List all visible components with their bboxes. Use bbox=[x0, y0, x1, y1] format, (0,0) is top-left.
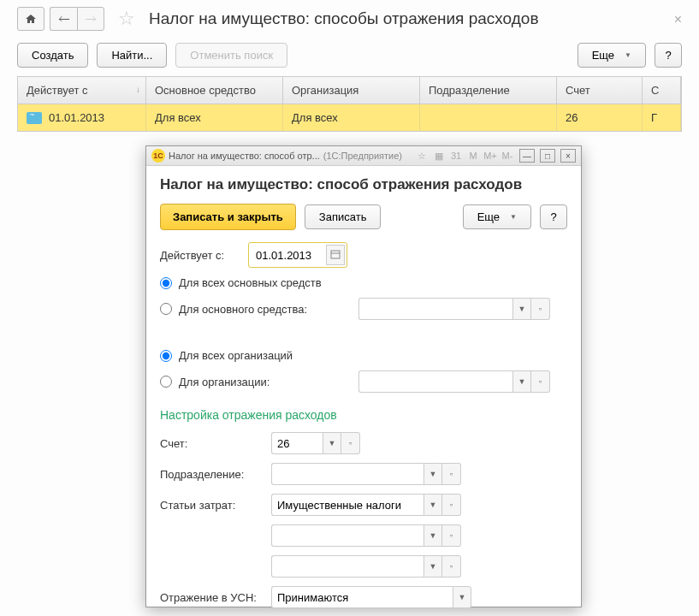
th-label: Действует с bbox=[27, 84, 88, 97]
th-account[interactable]: Счет bbox=[557, 77, 643, 104]
more-button[interactable]: Еще bbox=[578, 43, 646, 68]
favorite-star-icon[interactable]: ☆ bbox=[115, 7, 139, 31]
titlebar-star-icon[interactable]: ☆ bbox=[415, 151, 429, 162]
radio-for-org-label: Для организации: bbox=[179, 376, 270, 388]
calendar-icon bbox=[330, 249, 341, 259]
minimize-button[interactable]: — bbox=[519, 149, 535, 163]
asset-dropdown-button[interactable]: ▼ bbox=[512, 298, 531, 320]
org-input[interactable] bbox=[358, 370, 512, 393]
radio-all-assets[interactable] bbox=[160, 277, 172, 289]
sort-arrow-icon: ↓ bbox=[136, 85, 140, 94]
blank-row-2: ▼ ▫ bbox=[160, 555, 567, 578]
date-input-group bbox=[248, 242, 347, 268]
svg-rect-0 bbox=[331, 251, 340, 258]
radio-for-asset-label: Для основного средства: bbox=[179, 303, 307, 316]
usn-input[interactable] bbox=[271, 586, 453, 608]
radio-all-orgs-label: Для всех организаций bbox=[179, 349, 293, 362]
radio-all-assets-row: Для всех основных средств bbox=[160, 276, 567, 289]
titlebar-mminus-icon[interactable]: M- bbox=[501, 151, 514, 161]
create-button[interactable]: Создать bbox=[17, 43, 88, 68]
save-button[interactable]: Записать bbox=[305, 204, 382, 229]
blank1-dropdown-button[interactable]: ▼ bbox=[424, 524, 442, 547]
radio-for-org-row: Для организации: ▼ ▫ bbox=[160, 370, 567, 393]
td-last: Г bbox=[643, 104, 681, 131]
asset-input[interactable] bbox=[358, 298, 512, 320]
cost-items-dropdown-button[interactable]: ▼ bbox=[424, 494, 442, 516]
forward-button[interactable]: 🡒 bbox=[77, 7, 104, 31]
cost-items-input[interactable] bbox=[271, 494, 424, 516]
blank1-open-button[interactable]: ▫ bbox=[442, 524, 461, 547]
titlebar-calc-icon[interactable]: ▦ bbox=[432, 151, 446, 162]
cancel-search-button[interactable]: Отменить поиск bbox=[175, 43, 287, 68]
th-effective-from[interactable]: Действует с ↓ bbox=[18, 77, 146, 104]
td-account: 26 bbox=[557, 104, 643, 131]
dept-label: Подразделение: bbox=[160, 468, 271, 481]
modal-titlebar[interactable]: 1C Налог на имущество: способ отр... (1С… bbox=[146, 146, 581, 166]
account-dropdown-button[interactable]: ▼ bbox=[323, 432, 341, 454]
find-button[interactable]: Найти... bbox=[97, 43, 167, 68]
effective-from-row: Действует с: bbox=[160, 242, 567, 268]
effective-from-input[interactable] bbox=[251, 246, 323, 265]
org-combo: ▼ ▫ bbox=[358, 370, 550, 393]
td-dept bbox=[420, 104, 557, 131]
dept-open-button[interactable]: ▫ bbox=[442, 463, 461, 485]
nav-back-forward: 🡐 🡒 bbox=[50, 7, 104, 31]
modal-toolbar: Записать и закрыть Записать Еще ? bbox=[160, 204, 567, 230]
blank-input-1[interactable] bbox=[271, 524, 424, 547]
blank-row-1: ▼ ▫ bbox=[160, 524, 567, 547]
dept-input[interactable] bbox=[271, 463, 424, 485]
dept-row: Подразделение: ▼ ▫ bbox=[160, 463, 567, 485]
modal-help-button[interactable]: ? bbox=[540, 204, 567, 229]
close-window-button[interactable]: × bbox=[560, 149, 576, 163]
asset-combo: ▼ ▫ bbox=[358, 298, 550, 320]
account-row: Счет: ▼ ▫ bbox=[160, 432, 567, 454]
help-button[interactable]: ? bbox=[655, 43, 682, 68]
modal-body: Налог на имущество: способ отражения рас… bbox=[146, 166, 581, 616]
usn-row: Отражение в УСН: ▼ bbox=[160, 586, 567, 608]
modal-more-button[interactable]: Еще bbox=[463, 204, 531, 229]
expense-settings-heading: Настройка отражения расходов bbox=[160, 408, 567, 422]
cost-items-open-button[interactable]: ▫ bbox=[442, 494, 461, 516]
blank2-open-button[interactable]: ▫ bbox=[442, 555, 461, 578]
titlebar-calendar-icon[interactable]: 31 bbox=[449, 151, 463, 161]
back-button[interactable]: 🡐 bbox=[50, 7, 77, 31]
radio-all-orgs-row: Для всех организаций bbox=[160, 349, 567, 362]
row-status-icon bbox=[27, 112, 42, 124]
account-label: Счет: bbox=[160, 437, 271, 450]
account-input[interactable] bbox=[271, 432, 323, 454]
cost-items-row: Статьи затрат: ▼ ▫ bbox=[160, 494, 567, 516]
titlebar-mplus-icon[interactable]: M+ bbox=[483, 151, 497, 161]
usn-dropdown-button[interactable]: ▼ bbox=[453, 586, 471, 608]
td-asset: Для всех bbox=[146, 104, 283, 131]
cost-items-label: Статьи затрат: bbox=[160, 499, 271, 512]
maximize-button[interactable]: □ bbox=[540, 149, 555, 163]
td-org: Для всех bbox=[283, 104, 420, 131]
save-and-close-button[interactable]: Записать и закрыть bbox=[160, 204, 296, 230]
radio-all-assets-label: Для всех основных средств bbox=[179, 276, 322, 289]
dept-dropdown-button[interactable]: ▼ bbox=[424, 463, 442, 485]
home-button[interactable] bbox=[17, 7, 44, 31]
td-date: 01.01.2013 bbox=[49, 111, 104, 124]
modal-dialog: 1C Налог на имущество: способ отр... (1С… bbox=[145, 145, 582, 607]
blank2-dropdown-button[interactable]: ▼ bbox=[424, 555, 442, 578]
effective-from-label: Действует с: bbox=[160, 249, 241, 262]
radio-for-asset[interactable] bbox=[160, 303, 172, 315]
th-dept[interactable]: Подразделение bbox=[420, 77, 557, 104]
radio-all-orgs[interactable] bbox=[160, 350, 172, 362]
org-open-button[interactable]: ▫ bbox=[531, 370, 550, 393]
th-last[interactable]: С bbox=[643, 77, 681, 104]
th-org[interactable]: Организация bbox=[283, 77, 420, 104]
th-asset[interactable]: Основное средство bbox=[146, 77, 283, 104]
titlebar-m-icon[interactable]: M bbox=[466, 151, 480, 161]
page-title: Налог на имущество: способы отражения ра… bbox=[149, 9, 539, 28]
date-picker-button[interactable] bbox=[326, 245, 345, 265]
asset-open-button[interactable]: ▫ bbox=[531, 298, 550, 320]
blank-input-2[interactable] bbox=[271, 555, 424, 578]
table: Действует с ↓ Основное средство Организа… bbox=[17, 76, 682, 132]
org-dropdown-button[interactable]: ▼ bbox=[512, 370, 531, 393]
close-icon[interactable]: × bbox=[674, 12, 682, 27]
radio-for-org[interactable] bbox=[160, 376, 172, 388]
table-row[interactable]: 01.01.2013 Для всех Для всех 26 Г bbox=[18, 104, 681, 131]
account-open-button[interactable]: ▫ bbox=[341, 432, 360, 454]
top-bar: 🡐 🡒 ☆ Налог на имущество: способы отраже… bbox=[0, 0, 699, 38]
